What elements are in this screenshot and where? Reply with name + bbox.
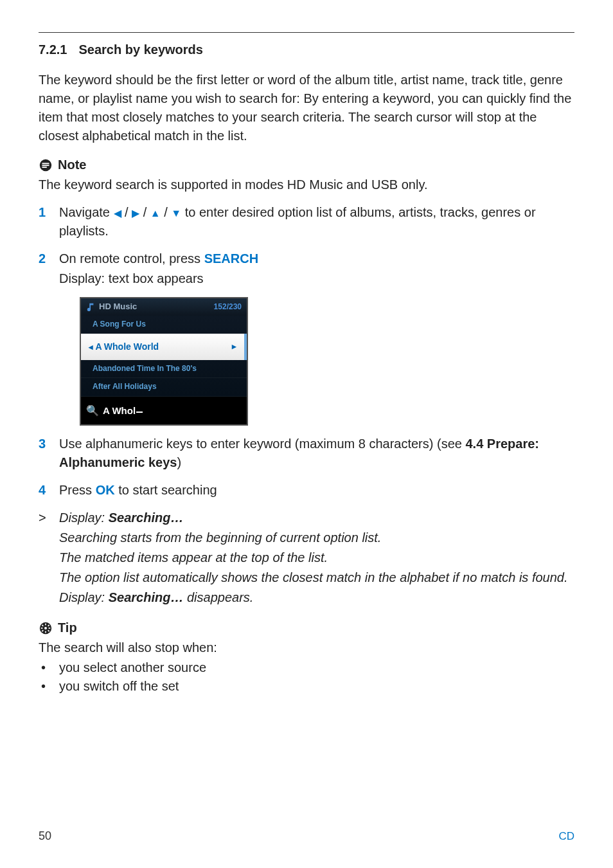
step-marker: 1 <box>39 203 59 240</box>
list-item-selected: ◂ A Whole World ▸ <box>81 334 247 360</box>
screenshot-search-row: 🔍 A Whol <box>81 397 247 424</box>
screenshot-title: HD Music <box>99 301 137 313</box>
svg-rect-9 <box>49 628 51 629</box>
step-text: to enter desired option list of albums, … <box>59 205 536 238</box>
tip-intro: The search will also stop when: <box>39 638 574 657</box>
result-text: The option list automatically shows the … <box>59 568 574 587</box>
svg-rect-8 <box>41 628 43 629</box>
result-marker: > <box>39 509 59 607</box>
selected-item-label: A Whole World <box>95 341 159 352</box>
step-content: Press OK to start searching <box>59 481 574 500</box>
magnifier-icon: 🔍 <box>86 403 99 418</box>
bullet-item: •you select another source <box>39 658 574 677</box>
footer-section: CD <box>558 829 574 845</box>
svg-rect-3 <box>42 167 47 168</box>
screenshot-list: A Song For Us ◂ A Whole World ▸ Abandone… <box>81 316 247 397</box>
step-marker: 4 <box>39 481 59 500</box>
search-button-label: SEARCH <box>204 251 258 266</box>
left-arrow-icon: ◀ <box>114 208 121 219</box>
bullet-text: you select another source <box>59 658 206 677</box>
note-label: Note <box>58 156 86 174</box>
result-content: Display: Searching… Searching starts fro… <box>59 509 574 607</box>
section-heading: 7.2.1Search by keywords <box>39 41 574 59</box>
bullet-text: you switch off the set <box>59 677 179 696</box>
down-arrow-icon: ▼ <box>171 208 181 219</box>
result-text: disappears. <box>183 590 253 604</box>
tip-row: Tip <box>39 619 574 637</box>
tip-bullets: •you select another source •you switch o… <box>39 658 574 696</box>
up-arrow-icon: ▲ <box>150 208 161 219</box>
svg-rect-6 <box>45 623 46 625</box>
heading-title: Search by keywords <box>78 42 202 57</box>
ok-button-label: OK <box>96 483 115 497</box>
result-text: Display: <box>59 590 109 604</box>
step-1: 1 Navigate ◀ / ▶ / ▲ / ▼ to enter desire… <box>39 203 574 240</box>
step-2: 2 On remote control, press SEARCH Displa… <box>39 249 574 288</box>
step-text: On remote control, press <box>59 251 204 266</box>
top-rule <box>39 32 574 33</box>
music-icon <box>86 302 95 311</box>
right-caret-icon: ▸ <box>232 341 236 353</box>
svg-rect-1 <box>42 163 49 164</box>
heading-number: 7.2.1 <box>39 42 67 57</box>
bullet-dot: • <box>39 658 59 677</box>
left-caret-icon: ◂ <box>89 342 93 352</box>
step-text: ) <box>177 455 181 469</box>
svg-rect-2 <box>42 165 49 166</box>
note-text: The keyword search is supported in modes… <box>39 176 574 194</box>
device-screenshot: HD Music 152/230 A Song For Us ◂ A Whole… <box>80 297 248 426</box>
step-content: Use alphanumeric keys to enter keyword (… <box>59 435 574 472</box>
result-bold: Searching… <box>109 511 184 525</box>
intro-paragraph: The keyword should be the first letter o… <box>39 71 574 145</box>
screenshot-count: 152/230 <box>214 302 242 312</box>
cursor-icon <box>136 411 143 413</box>
steps-list-continued: 3 Use alphanumeric keys to enter keyword… <box>39 435 574 607</box>
note-row: Note <box>39 156 574 174</box>
page-footer: 50 CD <box>39 827 574 845</box>
screenshot-header: HD Music 152/230 <box>81 298 247 316</box>
result-text: Searching starts from the beginning of c… <box>59 529 574 547</box>
list-item: A Song For Us <box>81 316 247 334</box>
step-content: On remote control, press SEARCH Display:… <box>59 249 574 288</box>
steps-list: 1 Navigate ◀ / ▶ / ▲ / ▼ to enter desire… <box>39 203 574 288</box>
step-subtext: Display: text box appears <box>59 269 574 288</box>
bullet-dot: • <box>39 677 59 696</box>
step-content: Navigate ◀ / ▶ / ▲ / ▼ to enter desired … <box>59 203 574 240</box>
step-text: Press <box>59 483 96 497</box>
svg-rect-7 <box>45 631 46 633</box>
note-icon <box>39 158 53 172</box>
step-text: to start searching <box>115 483 217 497</box>
step-3: 3 Use alphanumeric keys to enter keyword… <box>39 435 574 472</box>
right-arrow-icon: ▶ <box>132 208 139 219</box>
bullet-item: •you switch off the set <box>39 677 574 696</box>
svg-point-5 <box>44 627 47 629</box>
result-block: > Display: Searching… Searching starts f… <box>39 509 574 607</box>
list-item: Abandoned Time In The 80's <box>81 360 247 378</box>
step-text: Use alphanumeric keys to enter keyword (… <box>59 437 465 451</box>
page-number: 50 <box>39 827 51 844</box>
step-marker: 3 <box>39 435 59 472</box>
step-marker: 2 <box>39 249 59 288</box>
step-text: Navigate <box>59 205 114 219</box>
result-text: Display: Searching… disappears. <box>59 588 574 607</box>
result-text: Display: <box>59 511 109 525</box>
result-bold: Searching… <box>109 590 184 604</box>
step-4: 4 Press OK to start searching <box>39 481 574 500</box>
tip-label: Tip <box>58 619 77 637</box>
list-item: After All Holidays <box>81 378 247 396</box>
result-text: The matched items appear at the top of t… <box>59 548 574 567</box>
search-input-text: A Whol <box>103 405 136 416</box>
tip-icon <box>39 621 53 635</box>
